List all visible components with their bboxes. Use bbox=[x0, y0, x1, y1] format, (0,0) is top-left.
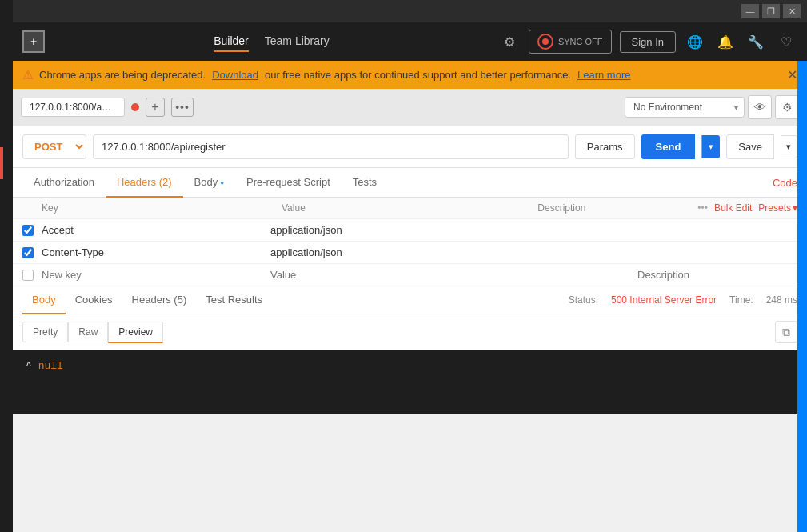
col-value-header: Value bbox=[282, 202, 537, 214]
new-header-row bbox=[13, 264, 807, 286]
download-link[interactable]: Download bbox=[212, 69, 258, 81]
tab-pre-request[interactable]: Pre-request Script bbox=[235, 168, 342, 198]
add-tab-button[interactable]: + bbox=[146, 98, 165, 117]
more-tabs-button[interactable]: ••• bbox=[171, 98, 194, 117]
new-desc-input[interactable] bbox=[637, 269, 797, 281]
new-value-input[interactable] bbox=[270, 269, 637, 281]
sign-in-button[interactable]: Sign In bbox=[620, 31, 676, 53]
url-tab[interactable]: 127.0.0.1:8000/api/re bbox=[21, 98, 125, 117]
copy-button[interactable]: ⧉ bbox=[775, 321, 797, 343]
title-bar: — ❐ ✕ bbox=[13, 0, 807, 22]
time-label: Time: bbox=[729, 294, 753, 306]
nav-tab-team-library[interactable]: Team Library bbox=[265, 31, 330, 52]
wrench-icon[interactable]: 🔧 bbox=[745, 30, 767, 53]
request-tabs: Authorization Headers (2) Body Pre-reque… bbox=[13, 168, 807, 198]
nav-bar: + Builder Team Library ⚙ SYNC OFF Sign I… bbox=[13, 22, 807, 61]
sync-button[interactable]: SYNC OFF bbox=[529, 30, 612, 54]
minimize-button[interactable]: — bbox=[741, 4, 759, 18]
copy-icon: ⧉ bbox=[782, 326, 790, 339]
time-value: 248 ms bbox=[766, 294, 797, 306]
tab-color-dot bbox=[131, 103, 139, 111]
response-format-row: Pretty Raw Preview ⧉ bbox=[13, 314, 807, 350]
table-row: Content-Type application/json bbox=[13, 242, 807, 264]
close-button[interactable]: ✕ bbox=[783, 4, 801, 18]
header-value-content-type: application/json bbox=[270, 246, 637, 258]
sync-icon bbox=[537, 34, 553, 50]
bell-icon[interactable]: 🔔 bbox=[714, 30, 737, 53]
settings-icon[interactable]: ⚙ bbox=[498, 30, 521, 53]
logo-icon: + bbox=[30, 35, 37, 48]
warning-icon: ⚠ bbox=[22, 68, 33, 82]
env-dropdown[interactable]: No Environment bbox=[625, 97, 745, 118]
format-raw-button[interactable]: Raw bbox=[68, 322, 108, 342]
method-select[interactable]: POST bbox=[22, 134, 86, 159]
presets-button[interactable]: Presets ▾ bbox=[758, 202, 797, 214]
format-pretty-button[interactable]: Pretty bbox=[22, 322, 68, 342]
learn-more-link[interactable]: Learn more bbox=[577, 69, 630, 81]
row-checkbox-content-type[interactable] bbox=[22, 247, 34, 258]
nav-tab-builder[interactable]: Builder bbox=[214, 31, 249, 52]
resp-tab-test-results[interactable]: Test Results bbox=[196, 286, 272, 314]
send-button[interactable]: Send bbox=[641, 134, 696, 159]
status-info: Status: 500 Internal Server Error Time: … bbox=[569, 294, 797, 306]
url-bar: 127.0.0.1:8000/api/re + ••• No Environme… bbox=[13, 89, 807, 126]
nav-tabs: Builder Team Library bbox=[58, 31, 485, 52]
tab-authorization[interactable]: Authorization bbox=[22, 168, 106, 198]
active-indicator bbox=[0, 147, 3, 179]
request-bar: POST Params Send ▾ Save ▾ bbox=[13, 126, 807, 168]
bulk-edit-button[interactable]: Bulk Edit bbox=[714, 202, 752, 214]
environment-selector: No Environment ▾ 👁 ⚙ bbox=[625, 95, 799, 119]
url-input[interactable] bbox=[93, 134, 569, 159]
caret-symbol: ^ bbox=[26, 360, 32, 372]
eye-icon[interactable]: 👁 bbox=[748, 95, 772, 119]
deprecation-banner: ⚠ Chrome apps are being deprecated. Down… bbox=[13, 61, 807, 89]
format-preview-button[interactable]: Preview bbox=[108, 322, 163, 343]
response-body: ^ null bbox=[13, 350, 807, 414]
banner-text-suffix: our free native apps for continued suppo… bbox=[265, 69, 571, 81]
tab-tests[interactable]: Tests bbox=[342, 168, 388, 198]
col-desc-header: Description bbox=[537, 202, 697, 214]
header-value-accept: application/json bbox=[270, 224, 637, 236]
sync-label: SYNC OFF bbox=[558, 37, 603, 46]
nav-right: ⚙ SYNC OFF Sign In 🌐 🔔 🔧 ♡ bbox=[498, 30, 797, 54]
headers-table: Key Value Description ••• Bulk Edit Pres… bbox=[13, 198, 807, 286]
banner-text: Chrome apps are being deprecated. bbox=[39, 69, 206, 81]
table-row: Accept application/json bbox=[13, 219, 807, 242]
more-options-icon[interactable]: ••• bbox=[697, 202, 708, 214]
tab-body[interactable]: Body bbox=[183, 168, 235, 198]
col-key-header: Key bbox=[42, 202, 282, 214]
send-dropdown-button[interactable]: ▾ bbox=[701, 135, 720, 158]
save-button[interactable]: Save bbox=[726, 134, 774, 159]
save-dropdown-button[interactable]: ▾ bbox=[781, 135, 797, 158]
resp-tab-body[interactable]: Body bbox=[22, 286, 66, 314]
header-key-accept: Accept bbox=[42, 224, 270, 236]
banner-close-button[interactable]: ✕ bbox=[787, 67, 797, 82]
left-edge bbox=[0, 0, 13, 532]
tab-headers[interactable]: Headers (2) bbox=[106, 168, 183, 198]
heart-icon[interactable]: ♡ bbox=[775, 30, 797, 53]
new-row-checkbox[interactable] bbox=[22, 270, 34, 281]
response-tabs: Body Cookies Headers (5) Test Results St… bbox=[13, 286, 807, 314]
new-key-input[interactable] bbox=[42, 269, 270, 281]
app-logo: + bbox=[22, 30, 45, 53]
status-label: Status: bbox=[569, 294, 598, 306]
row-checkbox-accept[interactable] bbox=[22, 225, 34, 236]
resp-tab-headers[interactable]: Headers (5) bbox=[122, 286, 197, 314]
header-key-content-type: Content-Type bbox=[42, 246, 270, 258]
globe-icon[interactable]: 🌐 bbox=[684, 30, 706, 53]
maximize-button[interactable]: ❐ bbox=[762, 4, 780, 18]
params-button[interactable]: Params bbox=[575, 134, 635, 159]
response-section: Body Cookies Headers (5) Test Results St… bbox=[13, 286, 807, 414]
col-actions: ••• Bulk Edit Presets ▾ bbox=[697, 202, 797, 214]
table-column-headers: Key Value Description ••• Bulk Edit Pres… bbox=[13, 198, 807, 219]
gear-icon[interactable]: ⚙ bbox=[775, 95, 799, 119]
resp-tab-cookies[interactable]: Cookies bbox=[66, 286, 122, 314]
response-value: null bbox=[38, 360, 63, 372]
scrollbar[interactable] bbox=[797, 61, 807, 532]
status-code: 500 Internal Server Error bbox=[611, 294, 717, 306]
code-link[interactable]: Code bbox=[773, 177, 797, 189]
